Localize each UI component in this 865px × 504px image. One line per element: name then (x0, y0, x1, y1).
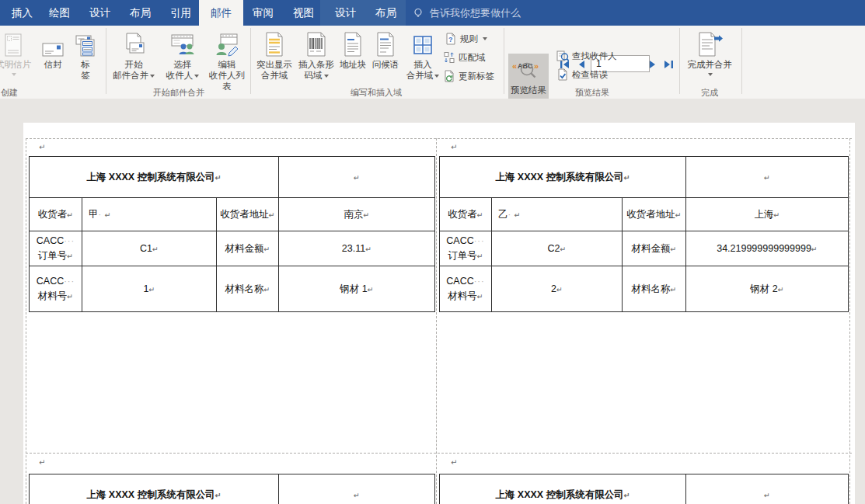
svg-text:»: » (534, 61, 539, 71)
dropdown-arrow-icon (150, 75, 155, 78)
tab-view[interactable]: 视图 (281, 0, 326, 26)
empty-cell: ↵ (686, 157, 848, 198)
envelope-button[interactable]: 信封 (39, 28, 67, 70)
highlight-label-line1: 突出显示 (256, 60, 292, 69)
preview-results-icon: « ABC » (511, 54, 546, 85)
label-boundary (26, 138, 26, 504)
address-block-button[interactable]: 地址块 (337, 28, 368, 70)
header-cell: 收货者↵ (440, 198, 492, 231)
paragraph-mark: ↵ (39, 458, 45, 467)
check-errors-icon (556, 68, 569, 81)
highlight-merge-fields-button[interactable]: 突出显示 合并域 (253, 28, 295, 81)
find-recipient-label: 查找收件人 (572, 50, 617, 62)
edit-recipient-list-label-line2: 收件人列表 (209, 71, 245, 91)
tab-draw[interactable]: 绘图 (37, 0, 82, 26)
company-cell: 上海 XXXX 控制系统有限公司↵ (440, 474, 686, 504)
value-cell: 钢材 1↵ (279, 266, 434, 311)
tab-references[interactable]: 引用 (159, 0, 203, 26)
dropdown-arrow-icon (194, 75, 199, 78)
tab-table-design[interactable]: 设计 (323, 0, 368, 26)
highlight-label-line2: 合并域 (261, 71, 288, 80)
start-mail-merge-button[interactable]: 开始 邮件合并 (110, 28, 157, 81)
company-cell: 上海 XXXX 控制系统有限公司↵ (440, 157, 686, 198)
tell-me-box[interactable]: 告诉我你想要做什么 (412, 0, 521, 26)
insert-merge-field-button[interactable]: 插入 合并域 (404, 28, 441, 81)
page[interactable]: ↵ ↵ ↵ ↵ 上海 XXXX 控制系统有限公司↵ ↵ 收货者↵ 甲· ↵ 收货… (23, 123, 855, 504)
group-divider (679, 28, 680, 94)
value-cell: C1↵ (82, 231, 217, 266)
envelope-icon (42, 28, 64, 57)
edit-recipient-list-button[interactable]: 编辑 收件人列表 (205, 28, 249, 92)
tab-table-layout[interactable]: 布局 (364, 0, 408, 26)
check-errors-button[interactable]: 检查错误 (556, 68, 608, 81)
finish-merge-label: 完成并合并 (687, 59, 732, 70)
barcode-label-line1: 插入条形 (298, 60, 334, 69)
last-record-button[interactable] (662, 57, 675, 71)
company-cell: 上海 XXXX 控制系统有限公司↵ (30, 157, 279, 198)
next-record-button[interactable] (647, 57, 659, 71)
horizontal-ruler[interactable]: 2468101214161820222426283032343638404244… (0, 99, 865, 123)
group-label-finish: 完成 (701, 87, 718, 99)
update-labels-icon (443, 70, 455, 82)
merge-label-table[interactable]: 上海 XXXX 控制系统有限公司↵ ↵ (439, 474, 849, 504)
dropdown-arrow-icon (708, 73, 713, 76)
update-labels-label: 更新标签 (459, 71, 494, 82)
header-cell: 材料名称↵ (623, 266, 686, 311)
merge-label-table[interactable]: 上海 XXXX 控制系统有限公司↵ ↵ (29, 474, 435, 504)
merge-label-table[interactable]: 上海 XXXX 控制系统有限公司↵ ↵ 收货者↵ 甲· ↵ 收货者地址↵ 南京↵… (29, 156, 435, 312)
svg-text:«: « (512, 61, 517, 71)
tab-review[interactable]: 审阅 (241, 0, 285, 26)
start-mail-merge-icon (121, 28, 146, 57)
group-divider (741, 28, 742, 94)
empty-cell: ↵ (279, 474, 434, 504)
value-cell: 上海↵ (686, 198, 848, 231)
labels-label-line2: 签 (81, 70, 90, 81)
empty-cell: ↵ (279, 157, 434, 198)
paragraph-mark: ↵ (39, 143, 45, 151)
select-recipients-label-line1: 选择 (174, 60, 192, 69)
value-cell: 南京↵ (279, 198, 434, 231)
dropdown-arrow-icon (12, 73, 16, 76)
greeting-line-icon (375, 28, 396, 57)
group-divider (106, 28, 106, 94)
value-cell: 甲· ↵ (82, 198, 217, 231)
group-label-write-insert: 编写和插入域 (351, 87, 402, 99)
find-recipient-button[interactable]: 查找收件人 (556, 50, 617, 62)
postcard-button[interactable]: 式明信片 (0, 28, 37, 76)
edit-recipient-list-label-line1: 编辑 (218, 60, 236, 69)
dropdown-arrow-icon (434, 75, 439, 78)
merge-label-table[interactable]: 上海 XXXX 控制系统有限公司↵ ↵ 收货者↵ 乙· ↵ 收货者地址↵ 上海↵… (439, 156, 849, 312)
lightbulb-icon (412, 7, 424, 19)
empty-cell: ↵ (686, 474, 848, 504)
match-fields-label: 匹配域 (459, 52, 486, 64)
tab-mailings[interactable]: 邮件 (199, 0, 243, 26)
label-boundary (26, 138, 852, 139)
header-cell: 收货者地址↵ (623, 198, 686, 231)
value-cell: C2↵ (492, 231, 623, 266)
labels-button[interactable]: 标 签 (72, 28, 99, 81)
header-cell: CACC··· 材料号↵ (440, 266, 492, 311)
dropdown-arrow-icon (324, 75, 329, 78)
greeting-line-label: 问候语 (372, 59, 399, 70)
greeting-line-button[interactable]: 问候语 (370, 28, 401, 70)
paragraph-mark: ↵ (451, 143, 457, 151)
find-recipient-icon (556, 50, 569, 62)
barcode-icon (305, 28, 327, 57)
update-labels-button[interactable]: 更新标签 (443, 70, 494, 82)
barcode-label-line2: 码域 (305, 71, 323, 80)
insert-barcode-field-button[interactable]: 插入条形 码域 (295, 28, 337, 81)
address-block-icon (343, 28, 363, 57)
check-errors-label: 检查错误 (572, 69, 608, 81)
header-cell: CACC··· 订单号↵ (440, 231, 492, 266)
rules-button[interactable]: ? 规则 (445, 33, 487, 45)
tab-layout[interactable]: 布局 (118, 0, 162, 26)
match-fields-button[interactable]: 匹配域 (443, 51, 486, 64)
tab-design[interactable]: 设计 (78, 0, 122, 26)
group-divider (504, 28, 504, 94)
select-recipients-button[interactable]: 选择 收件人 (160, 28, 205, 81)
paragraph-mark: ↵ (451, 458, 457, 467)
start-merge-label-line1: 开始 (125, 60, 143, 69)
label-boundary (849, 138, 850, 504)
header-cell: 收货者地址↵ (217, 198, 279, 231)
finish-merge-button[interactable]: 完成并合并 (685, 28, 734, 76)
